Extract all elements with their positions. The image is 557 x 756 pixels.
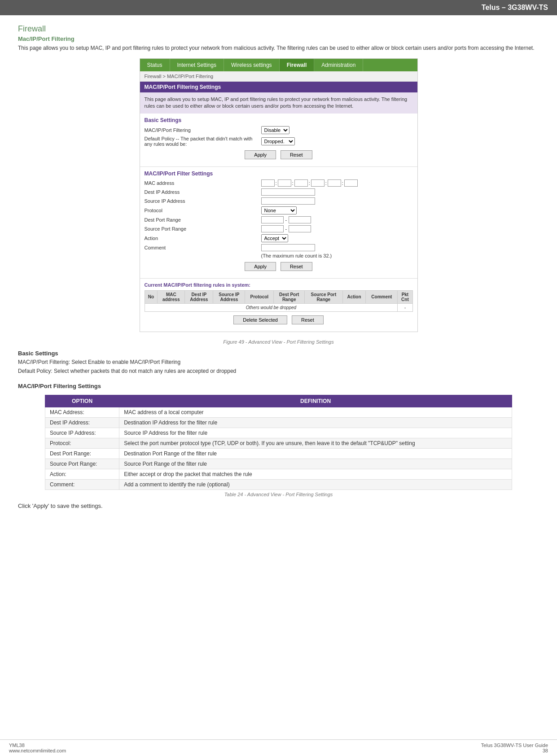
options-row: Source Port Range:Source Port Range of t… xyxy=(45,459,512,469)
mac-sep-3: : xyxy=(309,180,310,186)
comment-row: Comment xyxy=(145,244,413,251)
source-port-end[interactable] xyxy=(289,225,311,232)
source-ip-row: Source IP Address xyxy=(145,197,413,205)
mac-input-2[interactable] xyxy=(278,179,291,187)
current-rules-section: Current MAC/IP/Port filtering rules in s… xyxy=(140,278,417,332)
filter-settings-title: MAC/IP/Port Filter Settings xyxy=(145,170,413,177)
max-rule-text: (The maximum rule count is 32.) xyxy=(261,253,332,258)
dest-port-end[interactable] xyxy=(289,216,311,223)
filter-settings-below-title: MAC/IP/Port Filtering Settings xyxy=(18,383,539,389)
filter-btn-row: Apply Reset xyxy=(145,262,413,271)
options-row: Comment:Add a comment to identify the ru… xyxy=(45,480,512,490)
filtering-select[interactable]: Disable Enable xyxy=(261,126,289,134)
policy-select[interactable]: Dropped. Accepted. xyxy=(261,137,295,145)
rules-table: No MACaddress Dest IPAddress Source IPAd… xyxy=(145,290,413,312)
tab-wireless-settings[interactable]: Wireless settings xyxy=(224,59,280,71)
source-port-start[interactable] xyxy=(261,225,284,232)
port-dash-1: - xyxy=(285,217,287,223)
comment-input[interactable] xyxy=(261,244,315,251)
intro-text: This page allows you to setup MAC, IP an… xyxy=(18,44,539,52)
filtering-row: MAC/IP/Port Filtering Disable Enable xyxy=(145,126,413,134)
col-dest-port: Dest PortRange xyxy=(274,290,305,303)
source-port-row: Source Port Range - xyxy=(145,225,413,232)
mac-sep-5: : xyxy=(342,180,343,186)
source-ip-input[interactable] xyxy=(261,197,315,205)
basic-settings-below-title: Basic Settings xyxy=(18,350,539,357)
definition-cell: Source Port Range of the filter rule xyxy=(119,459,512,469)
options-col2-header: DEFINITION xyxy=(119,395,512,407)
dest-port-start[interactable] xyxy=(261,216,284,223)
tab-firewall[interactable]: Firewall xyxy=(280,59,315,71)
header-bar: Telus – 3G38WV-TS xyxy=(0,0,557,15)
basic-settings-title: Basic Settings xyxy=(145,117,413,123)
mac-row: MAC address : : : : : xyxy=(145,179,413,187)
footer-left: YML38 www.netcommlimited.com xyxy=(9,743,66,753)
delete-selected-button[interactable]: Delete Selected xyxy=(233,315,287,324)
nav-tabs: Status Internet Settings Wireless settin… xyxy=(140,59,417,71)
dest-port-row: Dest Port Range - xyxy=(145,216,413,223)
options-row: Source IP Address:Source IP Address for … xyxy=(45,428,512,438)
options-row: Dest IP Address:Destination IP Address f… xyxy=(45,418,512,428)
protocol-label: Protocol xyxy=(145,208,261,213)
option-cell: Comment: xyxy=(45,480,119,490)
col-pkt-cnt: PktCnt xyxy=(398,290,412,303)
action-label: Action xyxy=(145,236,261,241)
options-table: OPTION DEFINITION MAC Address:MAC addres… xyxy=(45,395,512,490)
footer-right: Telus 3G38WV-TS User Guide 38 xyxy=(481,743,548,753)
source-port-range: - xyxy=(261,225,311,232)
mac-input-5[interactable] xyxy=(328,179,341,187)
settings-panel: MAC/IP/Port Filtering Settings This page… xyxy=(140,82,417,332)
breadcrumb: Firewall > MAC/IP/Port Filtering xyxy=(140,71,417,82)
mac-input-1[interactable] xyxy=(261,179,275,187)
options-col1-header: OPTION xyxy=(45,395,119,407)
tab-internet-settings[interactable]: Internet Settings xyxy=(170,59,224,71)
filter-apply-button[interactable]: Apply xyxy=(245,262,276,271)
below-content: Basic Settings MAC/IP/Port Filtering: Se… xyxy=(18,350,539,510)
definition-cell: MAC address of a local computer xyxy=(119,407,512,418)
page-title: Firewall xyxy=(18,24,539,34)
policy-row: Default Policy -- The packet that didn't… xyxy=(145,136,413,147)
col-mac: MACaddress xyxy=(158,290,185,303)
definition-cell: Select the port number protocol type (TC… xyxy=(119,438,512,449)
col-dest-ip: Dest IPAddress xyxy=(185,290,213,303)
tab-status[interactable]: Status xyxy=(140,59,170,71)
filter-settings-label: MAC/IP/Port Filtering Settings xyxy=(18,383,101,389)
source-port-label: Source Port Range xyxy=(145,226,261,232)
mac-sep-1: : xyxy=(276,180,277,186)
dest-ip-input[interactable] xyxy=(261,188,315,196)
rules-btn-row: Delete Selected Reset xyxy=(145,315,413,324)
tab-administration[interactable]: Administration xyxy=(314,59,363,71)
options-row: Dest Port Range:Destination Port Range o… xyxy=(45,449,512,459)
rules-reset-button[interactable]: Reset xyxy=(292,315,324,324)
basic-btn-row: Apply Reset xyxy=(145,150,413,159)
table-caption: Table 24 - Advanced View - Port Filterin… xyxy=(45,492,512,497)
protocol-select[interactable]: None TCP UDP TCP&UDP xyxy=(261,206,297,214)
dest-port-range: - xyxy=(261,216,311,223)
action-row: Action Accept Drop xyxy=(145,234,413,242)
options-table-wrap: OPTION DEFINITION MAC Address:MAC addres… xyxy=(45,395,512,497)
option-cell: Protocol: xyxy=(45,438,119,449)
dest-ip-row: Dest IP Address xyxy=(145,188,413,196)
mac-input-3[interactable] xyxy=(294,179,308,187)
mac-sep-2: : xyxy=(292,180,294,186)
mac-input-6[interactable] xyxy=(344,179,358,187)
col-comment: Comment xyxy=(366,290,398,303)
others-row: Others would be dropped - xyxy=(145,303,412,311)
definition-cell: Add a comment to identify the rule (opti… xyxy=(119,480,512,490)
basic-reset-button[interactable]: Reset xyxy=(281,150,312,159)
footer-right-line1: Telus 3G38WV-TS User Guide xyxy=(481,743,548,748)
action-select[interactable]: Accept Drop xyxy=(261,234,288,242)
basic-apply-button[interactable]: Apply xyxy=(245,150,276,159)
basic-text-1: MAC/IP/Port Filtering: Select Enable to … xyxy=(18,358,539,366)
figure-caption: Figure 49 - Advanced View - Port Filteri… xyxy=(18,339,539,345)
option-cell: Action: xyxy=(45,469,119,480)
basic-settings-section: Basic Settings MAC/IP/Port Filtering Dis… xyxy=(140,114,417,166)
comment-label: Comment xyxy=(145,245,261,250)
options-row: Action:Either accept or drop the packet … xyxy=(45,469,512,480)
port-dash-2: - xyxy=(285,226,287,232)
option-cell: Source Port Range: xyxy=(45,459,119,469)
router-ui: Status Internet Settings Wireless settin… xyxy=(140,58,418,332)
col-protocol: Protocol xyxy=(245,290,274,303)
filter-reset-button[interactable]: Reset xyxy=(281,262,312,271)
mac-input-4[interactable] xyxy=(311,179,325,187)
